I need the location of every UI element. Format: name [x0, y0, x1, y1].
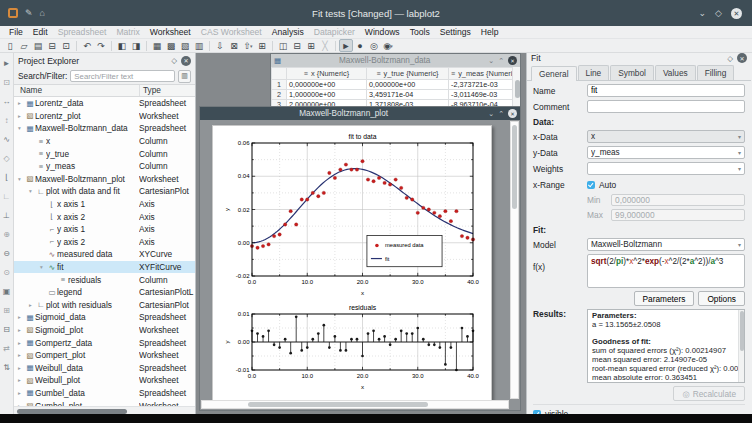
- auto-checkbox[interactable]: [587, 181, 595, 189]
- spreadsheet-vertical-scrollbar[interactable]: [512, 67, 520, 110]
- tree-item-residuals[interactable]: ≡residualsColumn: [14, 273, 195, 286]
- tree-item-x[interactable]: ≡xColumn: [14, 135, 195, 148]
- options-button[interactable]: Options: [698, 291, 745, 306]
- search-input[interactable]: [70, 70, 175, 82]
- tree-item-weibull-data[interactable]: ▸▦Weibull_dataSpreadsheet: [14, 361, 195, 374]
- fit-to-data-chart[interactable]: 0.010.020.030.040.0-0.020.000.020.040.06…: [222, 130, 482, 298]
- zoom-select-icon[interactable]: ●: [353, 39, 367, 52]
- export-icon[interactable]: ⇧▾: [241, 39, 255, 52]
- cell[interactable]: 0,000000e+00: [367, 80, 449, 90]
- window-maximize-icon[interactable]: ⌃: [498, 110, 504, 118]
- auto-scale-y-icon[interactable]: ⊟: [1, 320, 13, 339]
- save-icon[interactable]: ▤: [31, 39, 45, 52]
- tree-horizontal-scrollbar[interactable]: [14, 406, 195, 414]
- tab-symbol[interactable]: Symbol: [610, 65, 654, 80]
- plot-horizontal-scrollbar[interactable]: [201, 400, 509, 409]
- tree-item-measured-data[interactable]: ∿measured dataXYCurve: [14, 248, 195, 261]
- tree-item-gompert-plot[interactable]: ▸▧Gompert_plotWorksheet: [14, 349, 195, 362]
- expander-icon[interactable]: ▸: [29, 302, 36, 308]
- xdata-combobox[interactable]: x ▾: [587, 130, 745, 143]
- minimize-button[interactable]: ⌄: [699, 8, 707, 18]
- expander-icon[interactable]: ▸: [18, 113, 25, 119]
- expander-icon[interactable]: ▸: [18, 377, 25, 383]
- tree-item-maxwell-boltzmann-plot[interactable]: ▾▧Maxwell-Boltzmann_plotWorksheet: [14, 173, 195, 186]
- zoom-y-select-mode-icon[interactable]: ↕: [1, 111, 13, 130]
- add-curve-icon[interactable]: ∿: [1, 130, 13, 149]
- tree-item-lorentz-data[interactable]: ▸▦Lorentz_dataSpreadsheet: [14, 97, 195, 110]
- zoom-x-select-mode-icon[interactable]: ↔: [1, 92, 13, 111]
- column-header[interactable]: ≡ y_true {Numeric}: [367, 68, 449, 80]
- cell[interactable]: 3,459171e-04: [367, 90, 449, 100]
- open-document-icon[interactable]: ▱: [17, 39, 31, 52]
- print-preview-icon[interactable]: ⊡: [59, 39, 73, 52]
- tree-item-legend[interactable]: ▭legendCartesianPlotL: [14, 286, 195, 299]
- tab-values[interactable]: Values: [655, 65, 696, 80]
- results-scrollbar[interactable]: [738, 310, 744, 382]
- expander-icon[interactable]: ▾: [18, 125, 25, 131]
- close-dock-icon[interactable]: ✕: [181, 56, 191, 66]
- undo-icon[interactable]: ↶: [80, 39, 94, 52]
- tree-item-y-axis-2[interactable]: ⌐y axis 2Axis: [14, 236, 195, 249]
- plot-window[interactable]: Maxwell-Boltzmann_plot ⌄ ⌃ ✕ 0.010.020.0…: [199, 106, 521, 411]
- tree-item-y-meas[interactable]: ≡y_measColumn: [14, 160, 195, 173]
- add-equation-curve-icon[interactable]: ◇: [1, 149, 13, 168]
- name-input[interactable]: [587, 84, 745, 97]
- residuals-chart[interactable]: 0.010.020.030.040.0-0.010.000.01residual…: [222, 302, 482, 392]
- tree-item-sigmoid-plot[interactable]: ▸▧Sigmoid_plotWorksheet: [14, 324, 195, 337]
- add-axis-icon[interactable]: ⌊: [1, 168, 13, 187]
- import-sql-icon[interactable]: ⊠: [227, 39, 241, 52]
- window-close-icon[interactable]: ✕: [508, 56, 517, 65]
- row-number[interactable]: 2: [272, 90, 287, 100]
- tile-vertical-icon[interactable]: ◫: [276, 39, 290, 52]
- window-shade-icon[interactable]: ⌄: [488, 110, 494, 118]
- column-header[interactable]: ≡ y_meas {Numeric}: [449, 68, 515, 80]
- cell[interactable]: -3,011469e-03: [449, 90, 515, 100]
- menu-file[interactable]: File: [4, 27, 28, 37]
- expander-icon[interactable]: ▸: [18, 100, 25, 106]
- cell[interactable]: 1,000000e+00: [287, 90, 367, 100]
- new-matrix-icon[interactable]: ▩: [164, 39, 178, 52]
- expander-icon[interactable]: ▸: [18, 327, 25, 333]
- tree-item-lorentz-plot[interactable]: ▸▧Lorentz_plotWorksheet: [14, 110, 195, 123]
- tree-item-maxwell-boltzmann-data[interactable]: ▾▦Maxwell-Boltzmann_dataSpreadsheet: [14, 122, 195, 135]
- menu-edit[interactable]: Edit: [28, 27, 53, 37]
- max-spinbox[interactable]: 99,000000: [611, 209, 745, 221]
- auto-scale-icon[interactable]: ▣: [1, 282, 13, 301]
- parameters-button[interactable]: Parameters: [634, 291, 695, 306]
- float-dock-icon[interactable]: ◇: [171, 56, 177, 65]
- results-box[interactable]: Parameters:a = 13.1565±2.0508 Goodness o…: [587, 309, 745, 383]
- column-header[interactable]: ≡ x {Numeric}: [287, 68, 367, 80]
- crosshair-icon[interactable]: ◎: [367, 39, 381, 52]
- visible-checkbox[interactable]: [533, 410, 541, 414]
- tile-grid-icon[interactable]: ⊞: [304, 39, 318, 52]
- new-spreadsheet-icon[interactable]: ▦: [150, 39, 164, 52]
- window-close-icon[interactable]: ✕: [508, 109, 517, 118]
- zoom-select-mode-icon[interactable]: ⊡: [1, 73, 13, 92]
- new-note-icon[interactable]: ▥: [192, 39, 206, 52]
- expander-icon[interactable]: ▾: [18, 176, 25, 182]
- tile-horizontal-icon[interactable]: ⊟: [290, 39, 304, 52]
- print-icon[interactable]: ⊟: [45, 39, 59, 52]
- expander-icon[interactable]: ▸: [18, 314, 25, 320]
- expander-icon[interactable]: ▸: [18, 390, 25, 396]
- min-spinbox[interactable]: 0,000000: [611, 194, 745, 206]
- tree-item-gumbel-data[interactable]: ▸▦Gumbel_dataSpreadsheet: [14, 387, 195, 400]
- expander-icon[interactable]: ▾: [29, 188, 36, 194]
- cell[interactable]: 0,000000e+00: [287, 80, 367, 90]
- ydata-combobox[interactable]: y_meas ▾: [587, 146, 745, 159]
- expander-icon[interactable]: ▾: [40, 264, 47, 270]
- tree-item-plot-with-data-and-fit[interactable]: ▾∟plot with data and fitCartesianPlot: [14, 185, 195, 198]
- pen-icon[interactable]: ✎: [25, 8, 33, 18]
- tree-item-x-axis-1[interactable]: ⌊x axis 1Axis: [14, 198, 195, 211]
- model-combobox[interactable]: Maxwell-Boltzmann ▾: [587, 238, 745, 251]
- new-worksheet-icon[interactable]: ▧: [178, 39, 192, 52]
- tree-item-gumbel-plot[interactable]: ▸▧Gumbel_plotWorksheet: [14, 399, 195, 406]
- window-maximize-icon[interactable]: ⌃: [498, 57, 504, 65]
- tree-item-y-true[interactable]: ≡y_trueColumn: [14, 147, 195, 160]
- tree-column-headers[interactable]: Name Type: [14, 84, 195, 97]
- auto-scale-x-icon[interactable]: ⊞: [1, 301, 13, 320]
- expander-icon[interactable]: ▸: [18, 365, 25, 371]
- new-document-icon[interactable]: ▯: [3, 39, 17, 52]
- tree-item-gompertz-data[interactable]: ▸▦Gompertz_dataSpreadsheet: [14, 336, 195, 349]
- share-icon[interactable]: ⊞: [255, 39, 269, 52]
